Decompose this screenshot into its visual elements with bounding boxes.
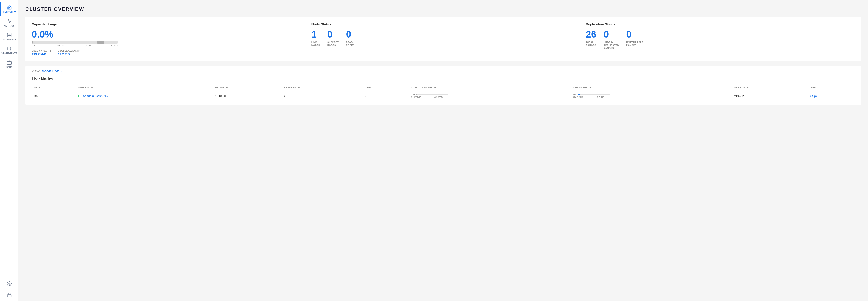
cell-logs: Logs bbox=[807, 91, 855, 101]
replication-status-title: Replication Status bbox=[586, 22, 855, 26]
capacity-bar-track bbox=[416, 94, 448, 95]
capacity-bar-container: 0% 119.7 MiB 62.2 TiB bbox=[411, 93, 567, 99]
home-icon bbox=[7, 5, 12, 10]
usable-capacity-value: 62.2 TiB bbox=[58, 53, 81, 56]
mem-used-label: 696.3 MiB bbox=[572, 96, 583, 99]
cell-address: 36ab0bd63cff:26257 bbox=[75, 91, 213, 101]
replication-status-section: Replication Status 26 TOTALRANGES 0 UNDE… bbox=[580, 22, 855, 56]
dropdown-icon: ▼ bbox=[60, 70, 63, 73]
unavailable-ranges-metric: 0 UNAVAILABLERANGES bbox=[626, 30, 643, 50]
svg-point-6 bbox=[8, 283, 10, 284]
mem-total-label: 7.7 GiB bbox=[597, 96, 604, 99]
nodes-tbody: n1 36ab0bd63cff:26257 18 hours 26 5 0% 1… bbox=[32, 91, 855, 101]
overview-card: Capacity Usage 0.0% 0 TiB 20 TiB 40 TiB … bbox=[25, 17, 861, 62]
tick-0: 0 TiB bbox=[32, 44, 37, 47]
sidebar-item-overview[interactable]: OVERVIEW bbox=[0, 2, 18, 16]
jobs-icon bbox=[7, 60, 12, 65]
sidebar-label-databases: DATABASES bbox=[2, 38, 17, 41]
table-header-row: ID ADDRESS UPTIME REPLICAS bbox=[32, 85, 855, 91]
dead-nodes-metric: 0 DEADNODES bbox=[346, 30, 354, 47]
mem-bar-track bbox=[578, 94, 610, 95]
lock-icon bbox=[7, 292, 12, 297]
sort-arrow-capacity bbox=[434, 87, 436, 88]
total-ranges-metric: 26 TOTALRANGES bbox=[586, 30, 596, 50]
svg-point-0 bbox=[7, 33, 11, 34]
capacity-total-label: 62.2 TiB bbox=[434, 96, 443, 99]
statements-icon bbox=[7, 46, 12, 51]
used-capacity: USED CAPACITY 119.7 MiB bbox=[32, 49, 51, 56]
sort-arrow-address bbox=[91, 87, 93, 88]
sidebar-item-statements[interactable]: STATEMENTS bbox=[0, 44, 18, 57]
table-row: n1 36ab0bd63cff:26257 18 hours 26 5 0% 1… bbox=[32, 91, 855, 101]
capacity-progress-bar-bg bbox=[32, 41, 118, 44]
cell-version: v19.2.2 bbox=[732, 91, 807, 101]
sidebar-label-statements: STATEMENTS bbox=[1, 52, 17, 55]
node-status-dot bbox=[78, 95, 79, 97]
unavailable-ranges-label: UNAVAILABLERANGES bbox=[626, 41, 643, 47]
live-nodes-label: LIVENODES bbox=[311, 41, 320, 47]
sidebar-item-jobs[interactable]: JOBS bbox=[0, 57, 18, 71]
replication-status-metrics: 26 TOTALRANGES 0 UNDER-REPLICATEDRANGES … bbox=[586, 30, 855, 50]
sort-arrow-replicas bbox=[298, 87, 300, 88]
dead-nodes-label: DEADNODES bbox=[346, 41, 354, 47]
nodes-table: ID ADDRESS UPTIME REPLICAS bbox=[32, 85, 855, 101]
mem-bar-container: 8% 696.3 MiB 7.7 GiB bbox=[572, 93, 729, 99]
tick-2: 40 TiB bbox=[84, 44, 91, 47]
cell-cpus: 5 bbox=[362, 91, 408, 101]
node-status-title: Node Status bbox=[311, 22, 580, 26]
sort-arrow-uptime bbox=[226, 87, 228, 88]
live-nodes-title: Live Nodes bbox=[32, 77, 855, 81]
suspect-nodes-metric: 0 SUSPECTNODES bbox=[327, 30, 339, 47]
sidebar-item-lock[interactable] bbox=[0, 290, 18, 301]
col-id[interactable]: ID bbox=[32, 85, 75, 91]
sidebar-item-metrics[interactable]: METRICS bbox=[0, 16, 18, 30]
view-selector-value[interactable]: NODE LIST ▼ bbox=[42, 70, 63, 73]
cell-capacity-usage: 0% 119.7 MiB 62.2 TiB bbox=[408, 91, 570, 101]
capacity-usage-section: Capacity Usage 0.0% 0 TiB 20 TiB 40 TiB … bbox=[32, 22, 306, 56]
suspect-nodes-value: 0 bbox=[327, 30, 333, 39]
cell-id: n1 bbox=[32, 91, 75, 101]
capacity-bar-labels: 119.7 MiB 62.2 TiB bbox=[411, 96, 442, 99]
used-capacity-value: 119.7 MiB bbox=[32, 53, 51, 56]
col-version[interactable]: VERSION bbox=[732, 85, 807, 91]
suspect-nodes-label: SUSPECTNODES bbox=[327, 41, 339, 47]
logs-link[interactable]: Logs bbox=[810, 94, 817, 98]
gear-icon bbox=[7, 281, 12, 286]
total-ranges-value: 26 bbox=[586, 30, 596, 39]
capacity-progress-thumb bbox=[97, 41, 104, 44]
capacity-progress-labels: 0 TiB 20 TiB 40 TiB 60 TiB bbox=[32, 44, 118, 47]
total-ranges-label: TOTALRANGES bbox=[586, 41, 596, 47]
col-cpus[interactable]: CPUS bbox=[362, 85, 408, 91]
col-address[interactable]: ADDRESS bbox=[75, 85, 213, 91]
used-capacity-label: USED CAPACITY bbox=[32, 49, 51, 52]
col-uptime[interactable]: UPTIME bbox=[213, 85, 281, 91]
capacity-metrics: USED CAPACITY 119.7 MiB USABLE CAPACITY … bbox=[32, 49, 301, 56]
node-list-container: VIEW: NODE LIST ▼ Live Nodes ID ADDRESS bbox=[25, 66, 861, 105]
sidebar: OVERVIEW METRICS DATABASES STATEMENTS JO… bbox=[0, 0, 18, 301]
usable-capacity-label: USABLE CAPACITY bbox=[58, 49, 81, 52]
unavailable-ranges-value: 0 bbox=[626, 30, 631, 39]
col-logs: LOGS bbox=[807, 85, 855, 91]
sidebar-item-databases[interactable]: DATABASES bbox=[0, 30, 18, 44]
cell-uptime: 18 hours bbox=[213, 91, 281, 101]
col-replicas[interactable]: REPLICAS bbox=[281, 85, 362, 91]
col-mem-usage[interactable]: MEM USAGE bbox=[570, 85, 732, 91]
sidebar-label-overview: OVERVIEW bbox=[3, 11, 16, 13]
tick-1: 20 TiB bbox=[57, 44, 64, 47]
col-capacity-usage[interactable]: CAPACITY USAGE bbox=[408, 85, 570, 91]
sort-arrow-id bbox=[38, 87, 40, 88]
dead-nodes-value: 0 bbox=[346, 30, 351, 39]
svg-rect-7 bbox=[7, 295, 11, 297]
mem-bar-fill bbox=[578, 94, 581, 95]
view-selector-value-text: NODE LIST bbox=[42, 70, 59, 73]
capacity-progress-bar-fill bbox=[32, 41, 33, 44]
live-nodes-value: 1 bbox=[311, 30, 317, 39]
view-selector: VIEW: NODE LIST ▼ bbox=[32, 70, 855, 73]
node-status-metrics: 1 LIVENODES 0 SUSPECTNODES 0 DEADNODES bbox=[311, 30, 580, 47]
node-address-link[interactable]: 36ab0bd63cff:26257 bbox=[82, 94, 108, 98]
svg-point-1 bbox=[7, 47, 11, 51]
tick-3: 60 TiB bbox=[111, 44, 118, 47]
sidebar-item-settings[interactable] bbox=[0, 278, 18, 290]
node-status-section: Node Status 1 LIVENODES 0 SUSPECTNODES 0… bbox=[306, 22, 580, 56]
live-nodes-metric: 1 LIVENODES bbox=[311, 30, 320, 47]
